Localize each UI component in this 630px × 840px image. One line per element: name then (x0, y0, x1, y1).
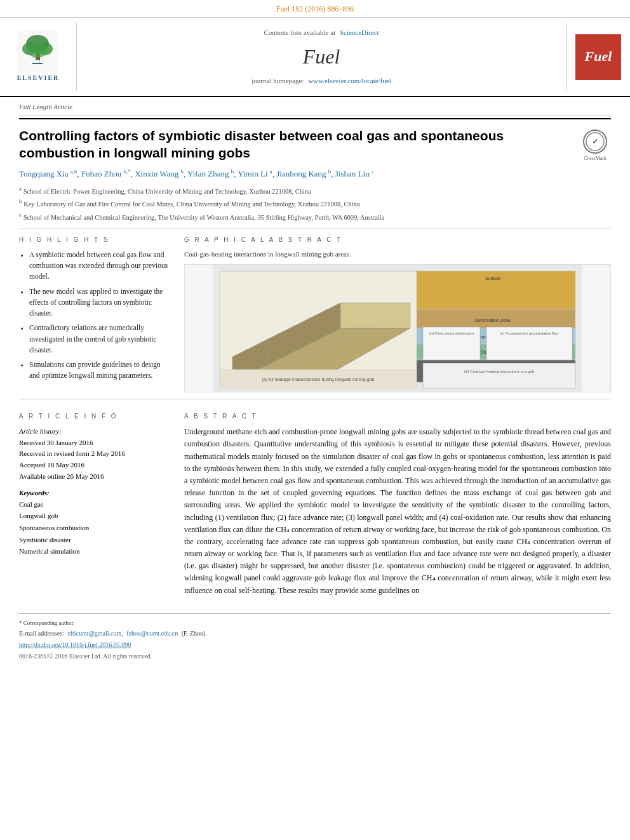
article-title: Controlling factors of symbiotic disaste… (19, 127, 573, 162)
corresponding-author-note: * Corresponding author. (19, 619, 611, 627)
elsevier-wordmark: ELSEVIER (17, 74, 60, 83)
article-info-label: A R T I C L E I N F O (19, 412, 171, 421)
email2-link[interactable]: fzhou@cumt.edu.cn (126, 630, 178, 637)
highlights-label: H I G H L I G H T S (19, 236, 171, 244)
copyright-line: 0016-2361/© 2016 Elsevier Ltd. All right… (19, 652, 611, 661)
doi-link[interactable]: http://dx.doi.org/10.1016/j.fuel.2016.05… (19, 641, 131, 648)
accepted-date: Accepted 18 May 2016 (19, 460, 171, 471)
highlights-graphical-section: H I G H L I G H T S A symbiotic model be… (19, 236, 611, 392)
graphical-abstract-label: G R A P H I C A L A B S T R A C T (184, 236, 611, 244)
svg-text:(c) 4-component accumulative f: (c) 4-component accumulative flux (500, 331, 558, 335)
graphical-abstract-caption: Coal-gas-heating interactions in longwal… (184, 250, 611, 259)
journal-reference-bar: Fuel 182 (2016) 886–896 (0, 0, 630, 18)
keyword-2: Longwall gob (19, 510, 171, 522)
abstract-paragraph: Underground methane-rich and combustion-… (184, 426, 611, 597)
journal-main-title: Fuel (303, 43, 340, 71)
keyword-3: Spontaneous combustion (19, 522, 171, 534)
keyword-5: Numerical simulation (19, 545, 171, 557)
affiliation-a: a School of Electric Power Engineering, … (19, 185, 611, 196)
graphical-abstract-col: G R A P H I C A L A B S T R A C T Coal-g… (184, 236, 611, 392)
homepage-url[interactable]: www.elsevier.com/locate/fuel (308, 77, 391, 84)
email-note: E-mail addresses: zfticumt@gmail.com, fz… (19, 629, 611, 638)
svg-text:✓: ✓ (592, 137, 598, 146)
email1-link[interactable]: zfticumt@gmail.com (67, 630, 121, 637)
keyword-1: Coal gas (19, 498, 171, 510)
svg-text:Surface: Surface (485, 276, 500, 281)
highlight-item-4: Simulations can provide guidelines to de… (29, 359, 171, 382)
sciencedirect-link[interactable]: ScienceDirect (340, 29, 379, 36)
email-suffix: (F. Zhou). (182, 630, 207, 637)
corresponding-label: * Corresponding author. (19, 620, 74, 626)
graphical-abstract-svg: Surface Deformation Zone Fractured Zone … (185, 265, 610, 392)
affiliation-b-text: Key Laboratory of Gas and Fire Control f… (23, 201, 359, 208)
affiliation-b: b Key Laboratory of Gas and Fire Control… (19, 197, 611, 209)
highlight-item-1: A symbiotic model between coal gas flow … (29, 250, 171, 283)
journal-homepage-line: journal homepage: www.elsevier.com/locat… (251, 76, 391, 86)
article-title-row: Controlling factors of symbiotic disaste… (19, 127, 611, 162)
affiliations-section: a School of Electric Power Engineering, … (19, 185, 611, 222)
available-date: Available online 26 May 2016 (19, 471, 171, 483)
highlight-item-2: The new model was applied to investigate… (29, 286, 171, 319)
sciencedirect-prefix: Contents lists available at (264, 29, 335, 36)
affiliation-a-text: School of Electric Power Engineering, Ch… (23, 188, 311, 195)
homepage-prefix: journal homepage: (251, 77, 304, 84)
history-label: Article history: (19, 426, 171, 437)
svg-text:(iii) Coal-gas-heating interac: (iii) Coal-gas-heating interactions in a… (464, 370, 535, 373)
received-date: Received 30 January 2016 (19, 437, 171, 449)
author-yifan: Yifan Zhang b (187, 169, 234, 178)
crossmark-label: CrossMark (584, 155, 607, 162)
svg-text:Deformation Zone: Deformation Zone (475, 318, 511, 323)
svg-text:(b) Flow zones distribution: (b) Flow zones distribution (429, 331, 474, 335)
abstract-label: A B S T R A C T (184, 412, 611, 421)
affiliation-c: c School of Mechanical and Chemical Engi… (19, 211, 611, 222)
abstract-col: A B S T R A C T Underground methane-rich… (184, 412, 611, 601)
email-label: E-mail addresses: (19, 630, 64, 637)
abstract-text: Underground methane-rich and combustion-… (184, 426, 611, 597)
fuel-badge-title: Fuel (585, 47, 612, 67)
keyword-4: Symbiotic disaster (19, 534, 171, 546)
author-xinxin: Xinxin Wang b (135, 169, 184, 178)
author-fubao: Fubao Zhou b,* (81, 169, 131, 178)
elsevier-logo: ELSEVIER (17, 31, 60, 83)
highlights-list: A symbiotic model between coal gas flow … (19, 250, 171, 382)
article-history: Article history: Received 30 January 201… (19, 426, 171, 482)
article-type-label: Full Length Article (19, 97, 611, 115)
author-jianhong: Jianhong Kang b (276, 169, 331, 178)
keywords-list: Coal gas Longwall gob Spontaneous combus… (19, 498, 171, 557)
footer-section: * Corresponding author. E-mail addresses… (19, 613, 611, 662)
crossmark-area: ✓ CrossMark (579, 127, 611, 162)
fuel-journal-badge: Fuel (575, 34, 621, 80)
received-revised-date: Received in revised form 2 May 2016 (19, 448, 171, 460)
highlight-item-3: Contradictory relations are numerically … (29, 323, 171, 356)
fuel-badge-area: Fuel (566, 23, 630, 91)
svg-rect-7 (32, 63, 43, 64)
author-tongqiang: Tongqiang Xia a,b (19, 169, 77, 178)
crossmark-icon: ✓ (583, 130, 607, 154)
highlights-col: H I G H L I G H T S A symbiotic model be… (19, 236, 171, 392)
keywords-label: Keywords: (19, 488, 171, 498)
svg-point-5 (27, 43, 48, 58)
highlights-divider (19, 229, 611, 229)
article-info-divider (19, 399, 611, 399)
title-divider-top (19, 118, 611, 119)
keywords-section: Keywords: Coal gas Longwall gob Spontane… (19, 488, 171, 557)
article-info-col: A R T I C L E I N F O Article history: R… (19, 412, 171, 601)
elsevier-logo-area: ELSEVIER (0, 23, 76, 91)
article-info-abstract-section: A R T I C L E I N F O Article history: R… (19, 406, 611, 601)
affiliation-c-text: School of Mechanical and Chemical Engine… (23, 213, 385, 220)
svg-marker-23 (340, 303, 410, 328)
graphical-abstract-image: Surface Deformation Zone Fractured Zone … (184, 264, 611, 392)
sciencedirect-line: Contents lists available at ScienceDirec… (264, 28, 379, 37)
elsevier-tree-icon (17, 31, 58, 72)
journal-ref-text: Fuel 182 (2016) 886–896 (276, 4, 354, 13)
author-yimin: Yimin Li a (238, 169, 272, 178)
journal-header: ELSEVIER Contents lists available at Sci… (0, 18, 630, 98)
svg-text:(a) Air leakage characteristic: (a) Air leakage characteristics during l… (262, 377, 375, 382)
svg-rect-35 (423, 363, 575, 389)
author-jishan: Jishan Liu c (335, 169, 374, 178)
article-body: Full Length Article Controlling factors … (0, 97, 630, 661)
journal-title-area: Contents lists available at ScienceDirec… (76, 23, 566, 91)
authors-line: Tongqiang Xia a,b, Fubao Zhou b,*, Xinxi… (19, 167, 611, 181)
doi-line: http://dx.doi.org/10.1016/j.fuel.2016.05… (19, 641, 611, 650)
